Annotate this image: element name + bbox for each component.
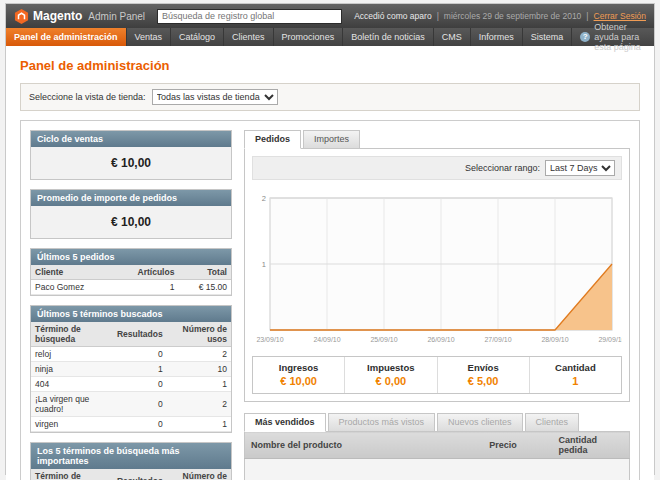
block-title: Los 5 términos de búsqueda más important…	[31, 443, 231, 469]
svg-text:27/09/10: 27/09/10	[484, 336, 511, 343]
table-row[interactable]: reloj 0 2	[31, 347, 231, 362]
store-view-switcher: Seleccione la vista de tienda: Todas las…	[20, 83, 640, 111]
tab-importes[interactable]: Importes	[303, 130, 360, 149]
svg-text:1: 1	[262, 260, 266, 269]
table-row[interactable]: virgen 0 1	[31, 417, 231, 432]
nav-item-clientes[interactable]: Clientes	[224, 28, 274, 46]
lifetime-sales-block: Ciclo de ventas € 10,00	[30, 130, 232, 180]
svg-text:26/09/10: 26/09/10	[427, 336, 454, 343]
page-help-link[interactable]: ? Obtener ayuda para esta página	[572, 28, 654, 46]
help-label: Obtener ayuda para esta página	[594, 22, 646, 52]
bestsellers-table: Nombre del producto Precio Cantidad pedi…	[244, 431, 630, 480]
empty-row: No se encontraron registros.	[245, 459, 630, 480]
global-search-wrap	[153, 9, 346, 24]
stat-cantidad: Cantidad 1	[530, 357, 621, 393]
orders-chart-panel: Seleccionar rango: Last 7 Days 23/09/102…	[244, 148, 630, 402]
nav-item-informes[interactable]: Informes	[471, 28, 523, 46]
help-icon: ?	[580, 32, 590, 42]
orders-area-chart: 23/09/1024/09/1025/09/1026/09/1027/09/10…	[252, 188, 622, 346]
page-content: Panel de administración Seleccione la vi…	[6, 46, 654, 480]
page-title: Panel de administración	[20, 58, 640, 73]
table-row[interactable]: ¡La virgen que cuadro! 0 2	[31, 392, 231, 417]
logged-in-as: Accedió como aparo	[354, 11, 432, 21]
dashboard-left-column: Ciclo de ventas € 10,00 Promedio de impo…	[30, 130, 232, 480]
svg-text:29/09/10: 29/09/10	[598, 336, 622, 343]
col-header-total: Total	[178, 265, 231, 280]
svg-text:23/09/10: 23/09/10	[256, 336, 283, 343]
nav-item-boletin[interactable]: Boletín de noticias	[343, 28, 434, 46]
empty-message: No se encontraron registros.	[245, 459, 630, 480]
nav-item-promociones[interactable]: Promociones	[274, 28, 344, 46]
block-title: Ciclo de ventas	[31, 131, 231, 147]
magento-logo-icon	[14, 9, 29, 24]
stat-ingresos: Ingresos € 10,00	[253, 357, 345, 393]
col-header-cantidad: Cantidad pedida	[552, 432, 629, 459]
magento-logo[interactable]: Magento Admin Panel	[14, 9, 145, 24]
col-header-producto: Nombre del producto	[245, 432, 484, 459]
last-orders-block: Últimos 5 pedidos Cliente Artículos Tota…	[30, 248, 232, 296]
global-search-input[interactable]	[157, 9, 342, 24]
tab-productos-mas-vistos: Productos más vistos	[328, 413, 436, 432]
block-title: Últimos 5 términos buscados	[31, 306, 231, 322]
svg-text:2: 2	[262, 194, 266, 203]
orders-chart: 23/09/1024/09/1025/09/1026/09/1027/09/10…	[252, 186, 622, 350]
last-search-terms-block: Últimos 5 términos buscados Término de b…	[30, 305, 232, 433]
table-row[interactable]: Paco Gomez 1 € 15.00	[31, 280, 231, 295]
top-search-terms-block: Los 5 términos de búsqueda más important…	[30, 442, 232, 480]
products-section: Más vendidos Productos más vistos Nuevos…	[244, 413, 630, 480]
top-search-terms-table: Término de búsqueda Resultados Número de…	[31, 469, 231, 480]
block-title: Últimos 5 pedidos	[31, 249, 231, 265]
average-orders-block: Promedio de importe de pedidos € 10,00	[30, 189, 232, 239]
col-header-resultados: Resultados	[113, 322, 167, 347]
col-header-articulos: Artículos	[114, 265, 179, 280]
logo-subtext: Admin Panel	[88, 11, 145, 22]
logo-text: Magento	[33, 9, 82, 23]
block-title: Promedio de importe de pedidos	[31, 190, 231, 206]
lifetime-sales-value: € 10,00	[31, 147, 231, 179]
tab-clientes: Clientes	[525, 413, 580, 432]
products-tabs: Más vendidos Productos más vistos Nuevos…	[244, 413, 630, 432]
nav-item-ventas[interactable]: Ventas	[127, 28, 172, 46]
tab-pedidos[interactable]: Pedidos	[244, 130, 301, 149]
range-selector-bar: Seleccionar rango: Last 7 Days	[252, 156, 622, 180]
current-date: miércoles 29 de septiembre de 2010	[444, 11, 582, 21]
logout-link[interactable]: Cerrar Sesión	[594, 11, 646, 21]
last-search-terms-table: Término de búsqueda Resultados Número de…	[31, 322, 231, 432]
dashboard-right-column: Pedidos Importes Seleccionar rango: Last…	[244, 130, 630, 480]
main-nav: Panel de administración Ventas Catálogo …	[6, 28, 654, 46]
totals-bar: Ingresos € 10,00 Impuestos € 0,00 Envíos…	[252, 356, 622, 394]
table-row[interactable]: 404 0 1	[31, 377, 231, 392]
magento-admin-app: Magento Admin Panel Accedió como aparo |…	[5, 3, 655, 475]
tab-nuevos-clientes: Nuevos clientes	[437, 413, 523, 432]
average-orders-value: € 10,00	[31, 206, 231, 238]
nav-item-dashboard[interactable]: Panel de administración	[6, 28, 127, 46]
col-header-precio: Precio	[483, 432, 552, 459]
range-label: Seleccionar rango:	[465, 163, 540, 173]
separator: |	[437, 11, 439, 21]
last-orders-table: Cliente Artículos Total Paco Gomez 1 € 1…	[31, 265, 231, 295]
col-header-termino: Término de búsqueda	[31, 322, 113, 347]
top-header: Magento Admin Panel Accedió como aparo |…	[6, 4, 654, 28]
nav-item-cms[interactable]: CMS	[434, 28, 471, 46]
tab-mas-vendidos[interactable]: Más vendidos	[244, 413, 326, 432]
nav-item-catalogo[interactable]: Catálogo	[171, 28, 224, 46]
svg-text:28/09/10: 28/09/10	[541, 336, 568, 343]
store-view-label: Seleccione la vista de tienda:	[29, 92, 146, 102]
col-header-usos: Número de usos	[167, 322, 231, 347]
col-header-resultados: Resultados	[113, 469, 167, 480]
col-header-cliente: Cliente	[31, 265, 114, 280]
separator: |	[586, 11, 588, 21]
dashboard-panel: Ciclo de ventas € 10,00 Promedio de impo…	[20, 120, 640, 480]
svg-text:25/09/10: 25/09/10	[370, 336, 397, 343]
range-select[interactable]: Last 7 Days	[545, 160, 615, 176]
table-row[interactable]: ninja 1 10	[31, 362, 231, 377]
stat-envios: Envíos € 5,00	[438, 357, 530, 393]
stat-impuestos: Impuestos € 0,00	[345, 357, 437, 393]
col-header-termino: Término de búsqueda	[31, 469, 113, 480]
col-header-usos: Número de usos	[167, 469, 231, 480]
chart-tabs: Pedidos Importes	[244, 130, 630, 149]
store-view-select[interactable]: Todas las vistas de tienda	[152, 89, 278, 105]
svg-text:24/09/10: 24/09/10	[313, 336, 340, 343]
session-info: Accedió como aparo | miércoles 29 de sep…	[354, 11, 646, 21]
nav-item-sistema[interactable]: Sistema	[523, 28, 573, 46]
